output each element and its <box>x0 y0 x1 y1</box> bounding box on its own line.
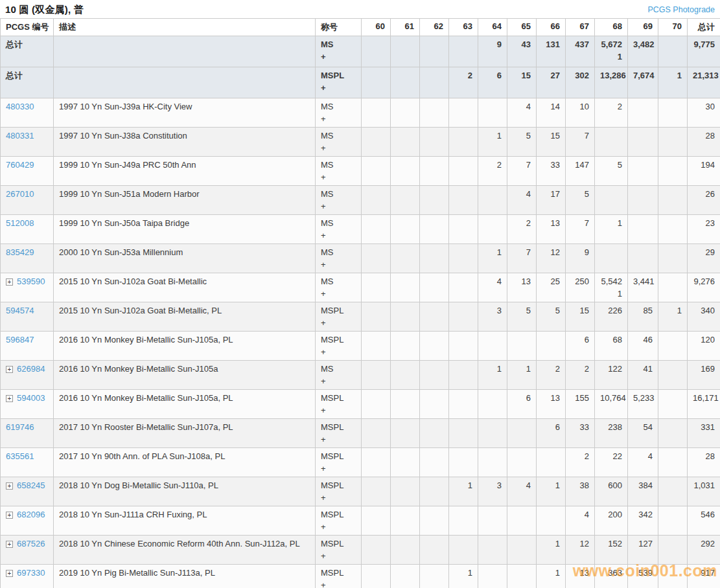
table-row: 6355612017 10 Yn 90th Ann. of PLA Sun-J1… <box>1 448 720 477</box>
grade-60-count-cell <box>362 98 391 128</box>
pcgs-number-link[interactable]: 480331 <box>6 131 34 141</box>
designation-cell: MSPL+ <box>316 419 362 448</box>
grade-64-count-cell <box>478 536 507 565</box>
pcgs-number-cell: 512008 <box>1 215 54 244</box>
expand-icon[interactable]: + <box>6 541 13 548</box>
grade-60-count-cell <box>362 448 391 477</box>
grade-67-count-cell: 2 <box>566 448 595 477</box>
expand-icon[interactable]: + <box>6 278 13 286</box>
total-count-cell: 28 <box>688 128 720 157</box>
grade-68-count-cell: 363 <box>595 565 628 588</box>
designation-cell: MSPL+ <box>316 506 362 536</box>
pcgs-number-link[interactable]: 835429 <box>6 247 34 257</box>
pcgs-number-link[interactable]: 596847 <box>6 335 34 345</box>
pcgs-number-link[interactable]: 687526 <box>17 539 45 548</box>
total-count-cell: 120 <box>688 332 720 361</box>
grade-60-count-cell <box>362 273 391 302</box>
grade-62-count-cell <box>420 244 449 273</box>
table-row: 4803301997 10 Yn Sun-J39a HK-City ViewMS… <box>1 98 720 128</box>
grade-65-count-cell: 5 <box>507 128 537 157</box>
grade-69-count-cell: 539 <box>628 565 658 588</box>
pcgs-number-link[interactable]: 594003 <box>17 393 45 403</box>
grade-67-count-cell: 13 <box>566 565 595 588</box>
grade-60-count-cell <box>362 332 391 361</box>
total-count-cell: 9,775 <box>688 36 720 67</box>
pcgs-number-link[interactable]: 626984 <box>17 364 45 374</box>
col-header-designation: 称号 <box>316 19 362 36</box>
grade-67-count-cell: 437 <box>566 36 595 67</box>
pcgs-number-cell: 267010 <box>1 186 54 215</box>
grade-64-count-cell: 1 <box>478 244 507 273</box>
grade-61-count-cell <box>391 565 420 588</box>
pcgs-number-link[interactable]: 682096 <box>17 510 45 519</box>
col-header-pcgs-number: PCGS 编号 <box>1 19 54 36</box>
grade-62-count-cell <box>420 67 449 98</box>
grade-67-count-cell: 38 <box>566 477 595 506</box>
grade-63-count-cell <box>449 332 478 361</box>
summary-label: 总计 <box>6 38 48 51</box>
pcgs-number-cell: +594003 <box>1 390 54 419</box>
grade-70-count-cell <box>658 332 688 361</box>
pcgs-number-link[interactable]: 480330 <box>6 102 34 111</box>
grade-67-count-cell: 302 <box>566 67 595 98</box>
grade-60-count-cell <box>362 390 391 419</box>
designation-cell: MSPL+ <box>316 67 362 98</box>
grade-61-count-cell <box>391 98 420 128</box>
expand-icon[interactable]: + <box>6 366 13 373</box>
grade-69-count-cell: 3,441 <box>628 273 658 302</box>
grade-66-count-cell: 1 <box>537 565 566 588</box>
grade-64-count-cell <box>478 390 507 419</box>
grade-63-count-cell <box>449 419 478 448</box>
grade-67-count-cell: 147 <box>566 157 595 186</box>
pcgs-number-link[interactable]: 594574 <box>6 306 34 315</box>
pcgs-number-cell: +539590 <box>1 273 54 302</box>
grade-64-count-cell <box>478 98 507 128</box>
grade-66-count-cell: 1 <box>537 536 566 565</box>
summary-row: 总计MSPL+ 2 6 15 27 302 13,286 7,674 1 21,… <box>1 67 720 98</box>
grade-63-count-cell <box>449 215 478 244</box>
pcgs-number-link[interactable]: 658245 <box>17 481 45 490</box>
grade-64-count-cell <box>478 186 507 215</box>
pcgs-number-link[interactable]: 697330 <box>17 568 45 578</box>
table-row: 4803311997 10 Yn Sun-J38a ConstitutionMS… <box>1 128 720 157</box>
grade-69-count-cell: 5,233 <box>628 390 658 419</box>
grade-62-count-cell <box>420 448 449 477</box>
pcgs-number-cell: 835429 <box>1 244 54 273</box>
designation-cell: MSPL+ <box>316 332 362 361</box>
pcgs-photograde-link[interactable]: PCGS Photograde <box>647 5 715 14</box>
pcgs-number-link[interactable]: 512008 <box>6 218 34 228</box>
grade-60-count-cell <box>362 506 391 536</box>
pcgs-number-link[interactable]: 619746 <box>6 422 34 432</box>
col-header-grade-61: 61 <box>391 19 420 36</box>
table-row: +5940032016 10 Yn Monkey Bi-Metallic Sun… <box>1 390 720 419</box>
grade-60-count-cell <box>362 302 391 332</box>
grade-63-count-cell <box>449 361 478 390</box>
expand-icon[interactable]: + <box>6 570 13 577</box>
grade-68-count-cell: 10,764 <box>595 390 628 419</box>
pcgs-number-link[interactable]: 635561 <box>6 451 34 461</box>
grade-60-count-cell <box>362 128 391 157</box>
designation-cell: MS+ <box>316 36 362 67</box>
grade-68-count-cell: 226 <box>595 302 628 332</box>
grade-67-count-cell: 7 <box>566 215 595 244</box>
grade-65-count-cell: 43 <box>507 36 537 67</box>
pcgs-number-link[interactable]: 760429 <box>6 160 34 170</box>
grade-65-count-cell: 7 <box>507 157 537 186</box>
description-cell: 2015 10 Yn Sun-J102a Goat Bi-Metallic, P… <box>54 302 316 332</box>
grade-62-count-cell <box>420 215 449 244</box>
expand-icon[interactable]: + <box>6 512 13 519</box>
grade-68-count-cell: 2 <box>595 98 628 128</box>
grade-67-count-cell: 12 <box>566 536 595 565</box>
table-row: 5120081999 10 Yn Sun-J50a Taipa BridgeMS… <box>1 215 720 244</box>
grade-65-count-cell: 4 <box>507 477 537 506</box>
total-count-cell: 29 <box>688 244 720 273</box>
pcgs-number-link[interactable]: 267010 <box>6 189 34 199</box>
col-header-description: 描述 <box>54 19 316 36</box>
total-count-cell: 26 <box>688 186 720 215</box>
grade-62-count-cell <box>420 98 449 128</box>
pcgs-number-link[interactable]: 539590 <box>17 277 45 286</box>
expand-icon[interactable]: + <box>6 482 13 490</box>
expand-icon[interactable]: + <box>6 395 13 402</box>
grade-67-count-cell: 5 <box>566 186 595 215</box>
grade-61-count-cell <box>391 186 420 215</box>
